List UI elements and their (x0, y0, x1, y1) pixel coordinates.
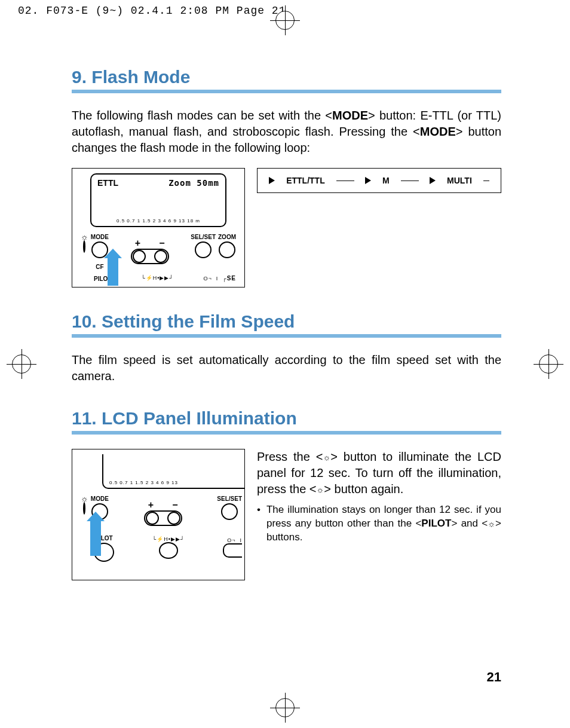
lcd-distance-scale: 0.5 0.7 1 1.5 2 3 4 6 9 13 18 m (97, 218, 219, 224)
page-frame: 9. Flash Mode The following flash modes … (48, 25, 525, 703)
light-icon: ☼ (323, 452, 330, 463)
selset-button (195, 241, 212, 258)
mode-btn-label: MODE (91, 234, 109, 240)
arrow-right-icon (365, 177, 371, 184)
light-button (83, 502, 85, 515)
arrow-indicator-icon (90, 520, 101, 556)
selset-btn-label: SEL/SET (191, 234, 216, 240)
registration-mark-left (12, 354, 31, 374)
registration-mark-right (539, 354, 558, 374)
light-button (83, 240, 85, 253)
flash-panel-diagram-1: ETTL Zoom 50mm 0.5 0.7 1 1.5 2 3 4 6 9 1… (72, 168, 245, 287)
section-11-paragraph: Press the <☼> button to illuminate the L… (257, 449, 501, 497)
light-icon: ☼ (488, 518, 495, 530)
bracket-icons: └⚡H•▶▶┘ (118, 536, 219, 560)
section-9-title: 9. Flash Mode (72, 67, 501, 87)
arrow-indicator-icon (108, 257, 118, 286)
section-9-underline (72, 90, 501, 93)
light-icon: ☼ (317, 484, 324, 495)
selset-button (221, 503, 238, 520)
flash-panel-diagram-2: 0.5 0.7 1 1.5 2 3 4 6 9 13 ☼ MODE + − (72, 449, 245, 580)
selset-btn-label: SEL/SET (217, 495, 242, 502)
mode-btn-label: MODE (91, 495, 109, 502)
cf-label: CF (96, 264, 103, 270)
section-9-paragraph: The following flash modes can be set wit… (72, 108, 501, 156)
page-number: 21 (487, 669, 501, 685)
section-10-title: 10. Setting the Film Speed (72, 311, 501, 332)
section-10-underline (72, 334, 501, 338)
zoom-button (219, 241, 235, 258)
bracket-icons: └⚡H•▶▶┘ (115, 275, 200, 281)
section-11-note: • The illumination stays on longer than … (257, 503, 501, 545)
loop-ettl: ETTL/TTL (286, 176, 325, 185)
lcd-ettl: ETTL (97, 178, 118, 188)
mode-loop-diagram: ETTL/TTL M MULTI (257, 168, 501, 193)
section-10-paragraph: The film speed is set automatically acco… (72, 352, 501, 384)
pilot-label-inline: PILOT (421, 518, 451, 529)
lcd-zoom: Zoom 50mm (168, 178, 219, 188)
mode-label: MODE (332, 109, 368, 122)
loop-multi: MULTI (447, 176, 472, 185)
arrow-right-icon (269, 177, 275, 184)
loop-m: M (382, 176, 390, 185)
print-header: 02. F073-E (9~) 02.4.1 2:08 PM Page 21 (18, 5, 286, 17)
zoom-btn-label: ZOOM (218, 234, 236, 240)
mode-label: MODE (420, 125, 456, 138)
arrow-right-icon (430, 177, 436, 184)
section-11-title: 11. LCD Panel Illumination (72, 408, 501, 429)
lcd-distance-scale: 0.5 0.7 1 1.5 2 3 4 6 9 13 (109, 480, 178, 485)
section-11-underline (72, 431, 501, 435)
